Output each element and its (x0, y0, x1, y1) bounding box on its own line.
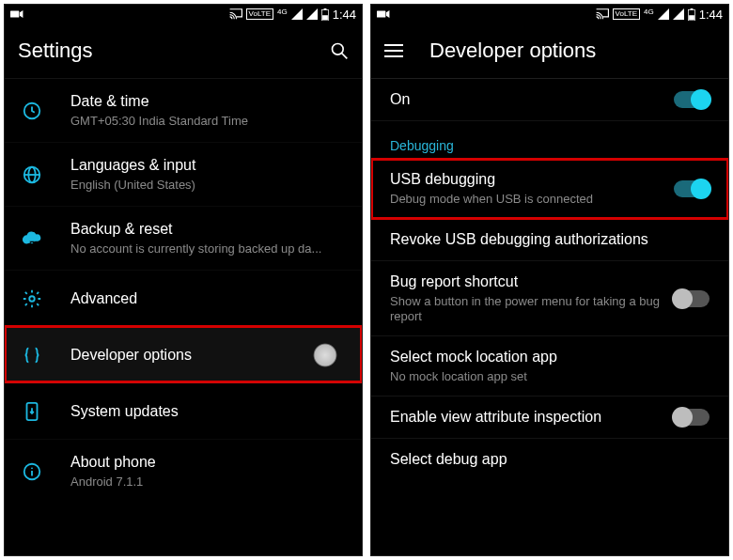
settings-item-languages[interactable]: Languages & input English (United States… (5, 142, 362, 206)
item-title: Advanced (70, 289, 347, 308)
item-usb-debugging[interactable]: USB debugging Debug mode when USB is con… (371, 159, 728, 219)
item-subtitle: Debug mode when USB is connected (390, 192, 664, 207)
phone-update-icon (22, 401, 42, 422)
developer-options-titlebar: Developer options (371, 23, 728, 78)
item-title: Revoke USB debugging authorizations (390, 230, 710, 249)
settings-titlebar: Settings (5, 23, 362, 78)
master-toggle[interactable] (674, 91, 710, 108)
cloud-icon (22, 228, 42, 249)
item-title: Select debug app (390, 450, 710, 469)
status-time: 1:44 (333, 8, 356, 22)
section-header-debugging: Debugging (371, 121, 728, 159)
cast-icon (596, 8, 609, 20)
item-title: USB debugging (390, 170, 664, 189)
gear-icon (22, 288, 42, 309)
item-subtitle: English (United States) (70, 178, 347, 193)
settings-item-date-time[interactable]: Date & time GMT+05:30 India Standard Tim… (5, 78, 362, 142)
search-icon[interactable] (330, 41, 349, 60)
signal-icon (658, 8, 669, 20)
settings-item-about-phone[interactable]: About phone Android 7.1.1 (5, 439, 362, 503)
touch-indicator-icon (313, 343, 337, 367)
camera-icon (377, 9, 390, 19)
settings-item-developer-options[interactable]: Developer options (5, 326, 362, 382)
item-title: About phone (70, 453, 347, 472)
svg-rect-0 (10, 11, 19, 18)
item-subtitle: No mock location app set (390, 369, 710, 384)
item-subtitle: Show a button in the power menu for taki… (390, 294, 664, 324)
master-switch-row[interactable]: On (371, 78, 728, 121)
signal-icon (291, 8, 303, 20)
volte-icon: VoLTE (613, 8, 640, 20)
item-subtitle: GMT+05:30 India Standard Time (70, 114, 347, 129)
item-title: Date & time (70, 92, 347, 111)
braces-icon (22, 345, 42, 366)
menu-icon[interactable] (384, 40, 403, 61)
settings-item-advanced[interactable]: Advanced (5, 270, 362, 326)
battery-icon (321, 8, 329, 21)
signal-icon (306, 8, 318, 20)
item-select-debug-app[interactable]: Select debug app (371, 439, 728, 480)
network-label: 4G (277, 8, 288, 16)
page-title: Developer options (429, 39, 596, 63)
item-subtitle: No account is currently storing backed u… (70, 241, 347, 257)
item-title: Developer options (70, 346, 313, 365)
volte-icon: VoLTE (246, 8, 273, 20)
status-bar: VoLTE 4G 1:44 (5, 5, 362, 23)
developer-options-screen: VoLTE 4G 1:44 Developer options On Debug… (370, 4, 729, 556)
item-view-attribute-inspection[interactable]: Enable view attribute inspection (371, 397, 728, 439)
item-title: Languages & input (70, 156, 347, 175)
bug-report-toggle[interactable] (674, 290, 710, 307)
clock-icon (22, 101, 42, 121)
svg-rect-3 (322, 15, 328, 20)
network-label: 4G (644, 8, 654, 16)
usb-debugging-toggle[interactable] (674, 180, 710, 197)
svg-point-10 (29, 296, 35, 302)
item-title: Bug report shortcut (390, 272, 664, 291)
item-title: Enable view attribute inspection (390, 408, 664, 427)
view-attr-toggle[interactable] (674, 409, 710, 426)
item-title: Backup & reset (70, 220, 347, 239)
settings-screen: VoLTE 4G 1:44 Settings Date & time GMT+0… (4, 4, 363, 556)
item-title: System updates (70, 402, 347, 421)
svg-line-5 (342, 54, 348, 59)
item-bug-report-shortcut[interactable]: Bug report shortcut Show a button in the… (371, 261, 728, 336)
svg-rect-18 (689, 15, 694, 20)
globe-icon (22, 164, 42, 185)
item-revoke-usb[interactable]: Revoke USB debugging authorizations (371, 219, 728, 261)
page-title: Settings (18, 39, 93, 63)
status-time: 1:44 (699, 8, 723, 22)
info-icon (22, 461, 42, 482)
svg-point-14 (31, 467, 33, 469)
item-title: Select mock location app (390, 348, 710, 366)
settings-list: Date & time GMT+05:30 India Standard Tim… (5, 78, 362, 503)
camera-icon (10, 9, 23, 19)
settings-item-backup[interactable]: Backup & reset No account is currently s… (5, 206, 362, 270)
item-mock-location[interactable]: Select mock location app No mock locatio… (371, 336, 728, 397)
svg-rect-15 (377, 11, 385, 18)
svg-point-4 (333, 44, 344, 55)
item-subtitle: Android 7.1.1 (70, 474, 347, 490)
status-bar: VoLTE 4G 1:44 (371, 5, 728, 23)
battery-icon (688, 8, 695, 21)
settings-item-system-updates[interactable]: System updates (5, 382, 362, 439)
signal-icon (673, 8, 684, 20)
master-switch-label: On (390, 90, 664, 109)
cast-icon (229, 8, 242, 20)
